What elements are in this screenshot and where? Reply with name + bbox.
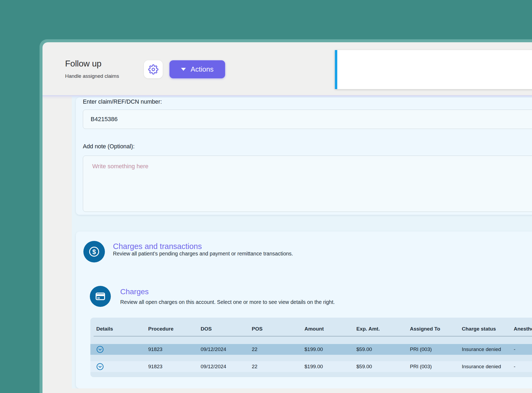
cell-amount: $199.00 [304, 344, 323, 355]
claim-number-label: Enter claim/REF/DCN number: [83, 99, 162, 105]
column-header-procedure: Procedure [148, 324, 173, 334]
page-background: Follow up Handle assigned claims Actions… [0, 0, 532, 393]
patient-banner: UNI-214329385-013 MEDICAD-ILL PUBLIC AID… [335, 50, 532, 89]
cell-exp-amt: $59.00 [356, 361, 372, 372]
row-expand-button[interactable] [96, 346, 104, 353]
svg-text:$: $ [92, 248, 96, 255]
cell-assigned-to: PRI (003) [410, 344, 432, 355]
cell-assigned-to: PRI (003) [410, 361, 432, 372]
caret-down-icon [181, 68, 186, 71]
chevron-down-circle-icon [96, 346, 104, 353]
column-header-assigned-to: Assigned To [410, 324, 440, 334]
cell-procedure: 91823 [148, 344, 162, 355]
column-header-dos: DOS [201, 324, 212, 334]
actions-button-label: Actions [191, 65, 214, 73]
dollar-circle-icon: $ [83, 241, 105, 262]
actions-button[interactable]: Actions [169, 60, 225, 78]
column-header-details: Details [96, 324, 113, 334]
table-row[interactable]: 91823 09/12/2024 22 $199.00 $59.00 PRI (… [90, 361, 532, 372]
bottom-band [42, 388, 532, 393]
cell-charge-status: Insurance denied [462, 344, 501, 355]
cell-procedure: 91823 [148, 361, 162, 372]
claim-number-input[interactable] [83, 110, 532, 129]
cell-charge-status: Insurance denied [462, 361, 501, 372]
charges-subtitle: Review all open charges on this account.… [120, 299, 335, 305]
cell-amount: $199.00 [304, 361, 323, 372]
charges-transactions-title: Charges and transactions [113, 242, 202, 251]
settings-button[interactable] [144, 60, 163, 78]
chevron-down-circle-icon [96, 363, 104, 370]
column-header-amount: Amount [304, 324, 324, 334]
cell-exp-amt: $59.00 [356, 344, 372, 355]
patient-banner-accent [335, 50, 337, 89]
charges-title: Charges [120, 287, 149, 296]
cell-pos: 22 [252, 344, 257, 355]
column-header-exp-amt: Exp. Amt. [356, 324, 380, 334]
credit-card-icon [90, 286, 111, 307]
cell-dos: 09/12/2024 [201, 344, 226, 355]
table-row-selected[interactable]: 91823 09/12/2024 22 $199.00 $59.00 PRI (… [90, 344, 532, 355]
row-expand-button[interactable] [96, 363, 104, 370]
cell-anesthesia: - [514, 361, 515, 372]
page-subtitle: Handle assigned claims [65, 73, 119, 79]
gear-icon [148, 64, 158, 75]
table-header-divider [94, 336, 532, 336]
cell-dos: 09/12/2024 [201, 361, 226, 372]
note-label: Add note (Optional): [83, 143, 134, 150]
charges-transactions-subtitle: Review all patient’s pending charges and… [113, 251, 293, 257]
cell-pos: 22 [252, 361, 257, 372]
column-header-anesthesia: Anesthesia [514, 324, 532, 334]
note-textarea[interactable] [83, 156, 532, 212]
page-title: Follow up [65, 59, 101, 69]
column-header-charge-status: Charge status [462, 324, 496, 334]
content-divider [42, 96, 532, 96]
column-header-pos: POS [252, 324, 263, 334]
cell-anesthesia: - [514, 344, 515, 355]
